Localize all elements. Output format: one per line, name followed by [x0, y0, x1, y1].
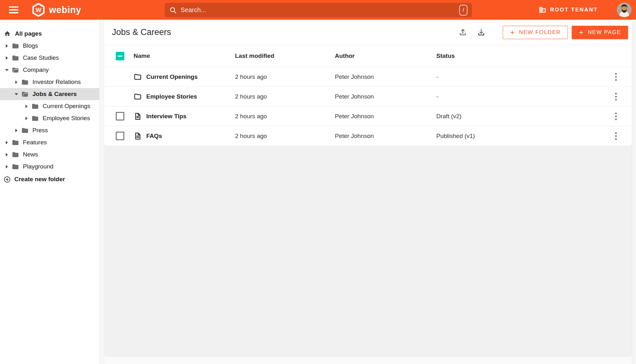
sidebar-item-company[interactable]: Company [0, 64, 99, 76]
folder-icon [31, 103, 39, 110]
sidebar-item-label: Blogs [23, 42, 38, 49]
column-header-last-modified[interactable]: Last modified [235, 52, 335, 59]
author-cell: Peter Johnson [335, 133, 436, 140]
name-cell[interactable]: Interview Tips [134, 112, 235, 120]
new-folder-label: NEW FOLDER [519, 29, 561, 36]
folder-icon [12, 42, 19, 50]
plus-icon: + [510, 29, 515, 36]
page-icon [134, 112, 142, 120]
chevron-down-icon[interactable] [15, 93, 18, 96]
top-bar: W webiny / ROOT TENANT [0, 0, 636, 20]
table-row-current-openings[interactable]: Current Openings 2 hours ago Peter Johns… [104, 67, 632, 86]
chevron-right-icon[interactable] [5, 44, 9, 48]
sidebar-item-news[interactable]: News [0, 148, 99, 161]
name-cell[interactable]: Current Openings [134, 73, 235, 81]
folder-icon [134, 93, 142, 101]
upload-icon [459, 28, 467, 37]
create-new-folder-label: Create new folder [14, 176, 65, 183]
sidebar-item-all-pages[interactable]: All pages [0, 28, 99, 40]
chevron-right-icon[interactable] [25, 105, 28, 108]
export-pages-button[interactable] [456, 25, 470, 39]
sidebar-item-playground[interactable]: Playground [0, 161, 99, 173]
sidebar-item-jobs-careers[interactable]: Jobs & Careers [0, 88, 99, 100]
page-title: Jobs & Careers [112, 27, 171, 37]
sidebar-item-features[interactable]: Features [0, 136, 99, 148]
kebab-icon [615, 93, 617, 101]
search-icon [169, 6, 177, 14]
sidebar-item-label: Playground [23, 163, 53, 170]
table-row-faqs[interactable]: FAQs 2 hours ago Peter Johnson Published… [104, 126, 632, 146]
kebab-icon [615, 112, 617, 120]
row-menu-button[interactable] [609, 129, 623, 143]
row-checkbox[interactable] [116, 112, 124, 120]
name-cell[interactable]: Employee Stories [134, 93, 235, 101]
row-menu-button[interactable] [609, 90, 623, 104]
webiny-logo[interactable]: W webiny [31, 3, 81, 17]
sidebar-item-press[interactable]: Press [0, 124, 99, 136]
sidebar-item-label: All pages [15, 30, 42, 37]
folder-icon [31, 115, 39, 122]
select-all-checkbox[interactable] [116, 52, 124, 60]
row-menu-button[interactable] [609, 109, 623, 123]
home-icon [4, 30, 11, 37]
chevron-right-icon[interactable] [5, 153, 9, 156]
sidebar-item-blogs[interactable]: Blogs [0, 40, 99, 52]
kebab-icon [615, 132, 617, 140]
folder-icon [21, 79, 29, 86]
sidebar-item-case-studies[interactable]: Case Studies [0, 52, 99, 64]
column-header-author[interactable]: Author [335, 52, 436, 59]
name-cell[interactable]: FAQs [134, 132, 235, 140]
sidebar-item-label: Company [23, 66, 49, 73]
search-input[interactable] [181, 6, 459, 14]
search-box[interactable]: / [165, 3, 472, 17]
table-header: Name Last modified Author Status [104, 45, 632, 67]
sidebar-item-label: Press [32, 127, 48, 134]
import-pages-button[interactable] [474, 25, 488, 39]
folder-icon [12, 151, 19, 158]
tenant-switcher[interactable]: ROOT TENANT [539, 0, 598, 20]
chevron-right-icon[interactable] [15, 129, 18, 132]
column-header-name[interactable]: Name [134, 52, 235, 59]
sidebar-item-label: Features [23, 139, 47, 146]
last-modified-cell: 2 hours ago [235, 113, 335, 120]
row-menu-button[interactable] [609, 70, 623, 84]
chevron-right-icon[interactable] [5, 165, 9, 168]
create-new-folder-button[interactable]: Create new folder [0, 173, 99, 185]
sidebar-scrollbar[interactable] [99, 20, 104, 364]
user-avatar[interactable] [617, 3, 632, 17]
tenant-label: ROOT TENANT [550, 7, 598, 13]
content-panel: Jobs & Careers + NEW FOLDER [104, 20, 632, 357]
new-page-label: NEW PAGE [588, 29, 621, 36]
column-header-status[interactable]: Status [436, 52, 606, 59]
chevron-right-icon[interactable] [5, 56, 9, 60]
table-row-interview-tips[interactable]: Interview Tips 2 hours ago Peter Johnson… [104, 106, 632, 126]
new-folder-button[interactable]: + NEW FOLDER [503, 26, 568, 39]
table-row-employee-stories[interactable]: Employee Stories 2 hours ago Peter Johns… [104, 86, 632, 106]
row-checkbox[interactable] [116, 132, 124, 140]
new-page-button[interactable]: + NEW PAGE [572, 26, 628, 39]
status-cell: - [436, 73, 606, 80]
menu-icon[interactable] [9, 6, 20, 14]
chevron-right-icon[interactable] [5, 141, 9, 144]
webiny-logo-icon: W [31, 3, 46, 17]
author-cell: Peter Johnson [335, 93, 436, 100]
vertical-scrollbar[interactable] [632, 20, 636, 364]
sidebar-item-current-openings[interactable]: Current Openings [0, 100, 99, 112]
svg-text:W: W [36, 7, 42, 13]
folder-icon [21, 127, 29, 134]
table-body: Current Openings 2 hours ago Peter Johns… [104, 67, 632, 146]
title-bar: Jobs & Careers + NEW FOLDER [104, 20, 632, 45]
sidebar-item-investor-relations[interactable]: Investor Relations [0, 76, 99, 88]
search-shortcut-badge: / [459, 5, 467, 16]
sidebar-item-employee-stories[interactable]: Employee Stories [0, 112, 99, 124]
horizontal-scrollbar[interactable] [104, 357, 632, 364]
chevron-down-icon[interactable] [5, 68, 9, 72]
page-icon [134, 132, 142, 140]
author-cell: Peter Johnson [335, 113, 436, 120]
folder-icon [12, 54, 19, 62]
download-icon [477, 28, 486, 37]
brand-wordmark: webiny [49, 5, 81, 15]
chevron-right-icon[interactable] [25, 117, 28, 120]
folder-icon [12, 163, 19, 170]
chevron-right-icon[interactable] [15, 80, 18, 84]
